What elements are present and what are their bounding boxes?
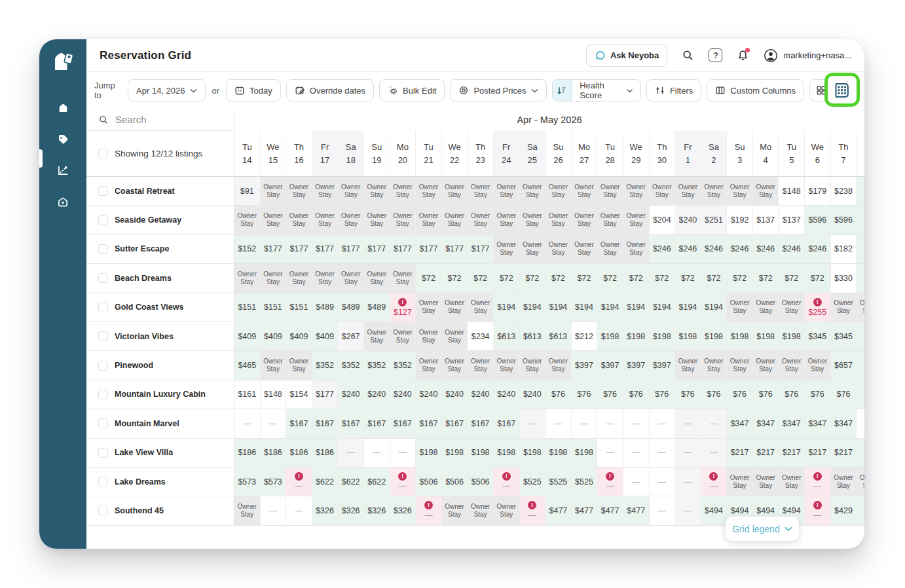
grid-cell[interactable]: $525 bbox=[520, 468, 546, 496]
grid-cell[interactable]: $613 bbox=[520, 322, 546, 351]
grid-cell[interactable]: $186 bbox=[261, 439, 287, 468]
grid-cell[interactable]: — bbox=[364, 439, 390, 468]
grid-cell[interactable]: $ bbox=[857, 496, 864, 525]
grid-cell[interactable]: $326 bbox=[364, 496, 390, 525]
grid-cell[interactable]: $246 bbox=[675, 235, 701, 264]
grid-cell[interactable]: $72 bbox=[442, 264, 468, 293]
grid-cell[interactable]: $477 bbox=[623, 496, 650, 525]
grid-cell[interactable]: $409 bbox=[234, 322, 261, 351]
grid-cell[interactable]: OwnerStay bbox=[701, 351, 728, 380]
grid-cell[interactable]: OwnerStay bbox=[494, 351, 520, 380]
grid-cell[interactable]: $240 bbox=[442, 380, 468, 409]
grid-cell[interactable]: OwnerStay bbox=[753, 177, 779, 206]
grid-cell[interactable]: OwnerStay bbox=[442, 322, 468, 351]
grid-cell[interactable]: $246 bbox=[779, 235, 805, 264]
grid-cell[interactable]: — bbox=[623, 439, 650, 468]
grid-cell[interactable]: $177 bbox=[338, 235, 364, 264]
grid-cell[interactable]: $657 bbox=[831, 351, 857, 380]
grid-cell[interactable]: $345 bbox=[831, 322, 857, 351]
grid-cell[interactable]: OwnerStay bbox=[286, 351, 312, 380]
grid-cell[interactable]: $240 bbox=[494, 380, 520, 409]
grid-cell[interactable]: $151 bbox=[234, 293, 261, 322]
grid-cell[interactable]: OwnerStay bbox=[701, 177, 728, 206]
grid-cell[interactable]: $148 bbox=[261, 380, 287, 409]
search-input[interactable]: Search bbox=[86, 109, 234, 131]
grid-cell[interactable]: $ bbox=[857, 235, 864, 264]
grid-cell[interactable]: OwnerStay bbox=[261, 177, 287, 206]
grid-cell[interactable]: $182 bbox=[831, 235, 857, 264]
grid-cell[interactable]: !— bbox=[390, 468, 416, 496]
grid-cell[interactable]: $72 bbox=[494, 264, 520, 293]
grid-cell[interactable]: OwnerStay bbox=[442, 177, 468, 206]
grid-cell[interactable]: $72 bbox=[727, 264, 753, 293]
grid-cell[interactable]: $613 bbox=[494, 322, 520, 351]
grid-cell[interactable]: OwnerStay bbox=[390, 264, 416, 293]
grid-cell[interactable]: OwnerStay bbox=[520, 351, 546, 380]
listing-cell[interactable]: Mountain Marvel bbox=[86, 409, 234, 438]
grid-cell[interactable]: OwnerStay bbox=[494, 206, 520, 234]
grid-cell[interactable]: OwnerStay bbox=[520, 177, 546, 206]
grid-cell[interactable]: !— bbox=[597, 468, 623, 496]
grid-cell[interactable]: $217 bbox=[753, 439, 779, 468]
grid-cell[interactable]: OwnerStay bbox=[520, 206, 546, 234]
grid-cell[interactable]: — bbox=[650, 496, 676, 525]
listing-cell[interactable]: Coastal Retreat bbox=[86, 177, 234, 206]
grid-cell[interactable]: OwnerStay bbox=[597, 206, 623, 234]
grid-cell[interactable]: $347 bbox=[805, 409, 831, 438]
grid-cell[interactable]: $352 bbox=[364, 351, 390, 380]
grid-cell[interactable]: $477 bbox=[597, 496, 623, 525]
grid-cell[interactable]: OwnerStay bbox=[753, 293, 779, 322]
grid-cell[interactable]: $198 bbox=[545, 439, 572, 468]
grid-cell[interactable]: $186 bbox=[286, 439, 312, 468]
grid-cell[interactable]: $573 bbox=[261, 468, 287, 496]
grid-cell[interactable]: $194 bbox=[520, 293, 546, 322]
grid-cell[interactable]: OwnerStay bbox=[286, 206, 312, 234]
grid-cell[interactable]: $240 bbox=[364, 380, 390, 409]
grid-cell[interactable]: $72 bbox=[701, 264, 728, 293]
grid-cell[interactable]: — bbox=[597, 409, 623, 438]
grid-cell[interactable]: $177 bbox=[442, 235, 468, 264]
grid-cell[interactable]: $177 bbox=[286, 235, 312, 264]
grid-cell[interactable]: $177 bbox=[312, 380, 339, 409]
grid-cell[interactable]: !— bbox=[416, 496, 442, 525]
grid-cell[interactable]: $72 bbox=[520, 264, 546, 293]
grid-cell[interactable]: OwnerStay bbox=[468, 177, 494, 206]
grid-cell[interactable]: $ bbox=[857, 264, 864, 293]
grid-cell[interactable]: OwnerStay bbox=[261, 206, 287, 234]
grid-cell[interactable]: $167 bbox=[338, 409, 364, 438]
grid-cell[interactable]: OwnerStay bbox=[753, 468, 779, 496]
grid-cell[interactable]: $72 bbox=[650, 264, 676, 293]
grid-cell[interactable]: OwnerStay bbox=[831, 468, 857, 496]
grid-cell[interactable]: $238 bbox=[831, 177, 857, 206]
grid-cell[interactable]: $397 bbox=[623, 351, 650, 380]
listing-cell[interactable]: Lake Dreams bbox=[86, 468, 234, 496]
grid-cell[interactable]: OwnerStay bbox=[468, 351, 494, 380]
grid-cell[interactable]: $186 bbox=[234, 439, 261, 468]
grid-cell[interactable]: $267 bbox=[338, 322, 364, 351]
grid-cell[interactable]: $167 bbox=[390, 409, 416, 438]
grid-cell[interactable]: $240 bbox=[338, 380, 364, 409]
grid-cell[interactable]: $409 bbox=[312, 322, 339, 351]
grid-cell[interactable]: $409 bbox=[261, 322, 287, 351]
sidebar-item-home[interactable] bbox=[50, 94, 76, 120]
grid-cell[interactable]: $167 bbox=[494, 409, 520, 438]
grid-cell[interactable]: $ bbox=[857, 322, 864, 351]
grid-cell[interactable]: $326 bbox=[390, 496, 416, 525]
grid-cell[interactable]: $198 bbox=[597, 322, 623, 351]
listing-checkbox[interactable] bbox=[98, 244, 108, 254]
grid-cell[interactable]: OwnerStay bbox=[442, 293, 468, 322]
grid-cell[interactable]: OwnerStay bbox=[545, 206, 572, 234]
grid-cell[interactable]: $596 bbox=[831, 206, 857, 234]
grid-cell[interactable]: $622 bbox=[338, 468, 364, 496]
grid-cell[interactable]: OwnerStay bbox=[857, 293, 864, 322]
grid-cell[interactable]: OwnerStay bbox=[805, 351, 831, 380]
grid-cell[interactable]: $465 bbox=[234, 351, 261, 380]
grid-cell[interactable]: OwnerStay bbox=[416, 322, 442, 351]
grid-cell[interactable]: $347 bbox=[831, 409, 857, 438]
listing-cell[interactable]: Seaside Getaway bbox=[86, 206, 234, 234]
grid-cell[interactable]: $76 bbox=[727, 380, 753, 409]
grid-cell[interactable]: OwnerStay bbox=[727, 351, 753, 380]
ask-neyoba-button[interactable]: Ask Neyoba bbox=[586, 45, 667, 67]
grid-cell[interactable]: $204 bbox=[650, 206, 676, 234]
grid-cell[interactable]: $ bbox=[857, 351, 864, 380]
